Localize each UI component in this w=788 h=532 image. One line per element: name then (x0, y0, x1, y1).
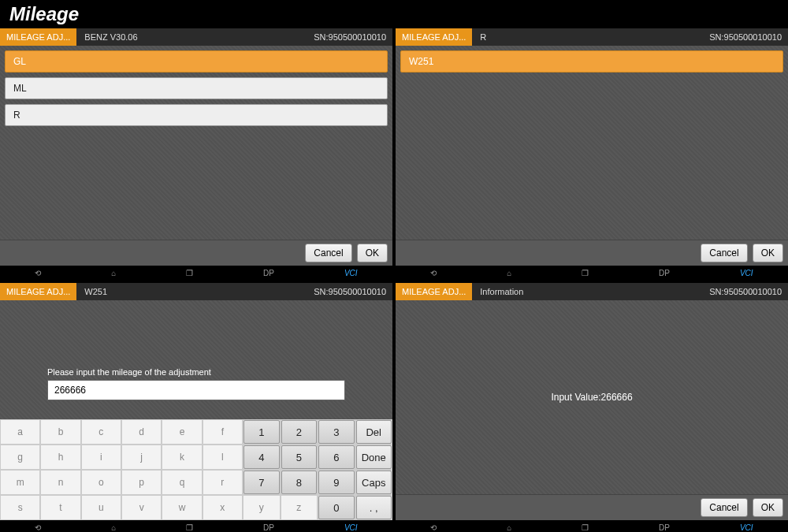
key-f[interactable]: f (203, 419, 243, 445)
mileage-input[interactable] (47, 380, 345, 400)
home-icon[interactable]: ⌂ (507, 523, 511, 532)
key-o[interactable]: o (81, 470, 121, 495)
breadcrumb: BENZ V30.06 (76, 32, 145, 42)
app-tab[interactable]: MILEAGE ADJ... (0, 28, 76, 46)
key-k[interactable]: k (162, 445, 202, 470)
ok-button[interactable]: OK (753, 498, 783, 517)
ok-button[interactable]: OK (753, 244, 783, 262)
key-z[interactable]: z (281, 495, 318, 520)
model-row-r[interactable]: R (5, 104, 388, 126)
screen-submodel-list: MILEAGE ADJ... R SN:950500010010 W251 Ca… (396, 28, 788, 280)
bottom-bar: Cancel OK (396, 240, 788, 266)
key-m[interactable]: m (0, 470, 40, 495)
dp-label[interactable]: DP (659, 269, 670, 277)
key-c[interactable]: c (81, 419, 121, 445)
keyboard-alpha: a b c d e f g h i j k l m n o p q r s t (0, 419, 243, 520)
topbar: MILEAGE ADJ... R SN:950500010010 (396, 28, 788, 46)
content-area: GL ML R (0, 46, 392, 240)
vci-label[interactable]: VCI (344, 269, 358, 277)
key-2[interactable]: 2 (281, 420, 318, 444)
key-del[interactable]: Del (356, 420, 392, 444)
content-area: Input Value:266666 (396, 300, 788, 494)
app-tab[interactable]: MILEAGE ADJ... (0, 283, 76, 300)
serial-number: SN:950500010010 (314, 32, 392, 42)
vci-label[interactable]: VCI (740, 269, 753, 277)
cancel-button[interactable]: Cancel (305, 244, 351, 262)
breadcrumb: W251 (76, 287, 115, 296)
key-a[interactable]: a (0, 419, 40, 445)
dp-label[interactable]: DP (659, 523, 670, 532)
breadcrumb: R (472, 32, 494, 42)
key-l[interactable]: l (203, 445, 243, 470)
key-e[interactable]: e (162, 419, 202, 445)
key-d[interactable]: d (121, 419, 162, 445)
ok-button[interactable]: OK (357, 244, 388, 262)
recents-icon[interactable]: ❐ (186, 523, 193, 532)
key-s[interactable]: s (0, 495, 40, 520)
key-9[interactable]: 9 (318, 471, 355, 494)
vci-label[interactable]: VCI (740, 523, 753, 532)
key-punct[interactable]: . , (356, 496, 392, 519)
bottom-bar: Cancel OK (396, 494, 788, 520)
topbar: MILEAGE ADJ... Information SN:9505000100… (396, 283, 788, 300)
home-icon[interactable]: ⌂ (507, 269, 511, 277)
recents-icon[interactable]: ❐ (582, 523, 589, 532)
home-icon[interactable]: ⌂ (111, 269, 116, 277)
key-b[interactable]: b (40, 419, 80, 445)
model-row-gl[interactable]: GL (5, 50, 388, 73)
key-j[interactable]: j (121, 445, 162, 470)
keyboard-numeric: 1 2 3 Del 4 5 6 Done 7 8 9 Caps y z 0 . … (243, 419, 392, 520)
submodel-row-w251[interactable]: W251 (400, 50, 783, 73)
vci-label[interactable]: VCI (344, 523, 358, 532)
key-h[interactable]: h (40, 445, 80, 470)
content-area: Please input the mileage of the adjustme… (0, 300, 392, 419)
key-v[interactable]: v (121, 495, 162, 520)
cancel-button[interactable]: Cancel (701, 498, 747, 517)
bottom-bar: Cancel OK (0, 240, 392, 266)
key-3[interactable]: 3 (318, 420, 355, 444)
recents-icon[interactable]: ❐ (582, 269, 589, 277)
back-icon[interactable]: ⟲ (430, 269, 437, 277)
key-g[interactable]: g (0, 445, 40, 470)
back-icon[interactable]: ⟲ (35, 269, 41, 277)
home-icon[interactable]: ⌂ (111, 523, 116, 532)
key-0[interactable]: 0 (318, 496, 355, 519)
app-tab[interactable]: MILEAGE ADJ... (396, 28, 472, 46)
android-navbar: ⟲ ⌂ ❐ DP VCI (0, 266, 392, 280)
back-icon[interactable]: ⟲ (35, 523, 41, 532)
key-4[interactable]: 4 (243, 445, 280, 469)
topbar: MILEAGE ADJ... BENZ V30.06 SN:9505000100… (0, 28, 392, 46)
serial-number: SN:950500010010 (314, 287, 392, 296)
screen-information: MILEAGE ADJ... Information SN:9505000100… (396, 283, 788, 532)
prompt-wrap: Please input the mileage of the adjustme… (47, 367, 345, 400)
key-p[interactable]: p (121, 470, 162, 495)
model-row-ml[interactable]: ML (5, 77, 388, 99)
key-w[interactable]: w (162, 495, 202, 520)
key-n[interactable]: n (40, 470, 80, 495)
key-1[interactable]: 1 (243, 420, 280, 444)
key-u[interactable]: u (81, 495, 121, 520)
breadcrumb: Information (472, 287, 531, 296)
cancel-button[interactable]: Cancel (701, 244, 747, 262)
key-7[interactable]: 7 (243, 471, 280, 494)
dp-label[interactable]: DP (263, 523, 274, 532)
key-t[interactable]: t (40, 495, 80, 520)
recents-icon[interactable]: ❐ (186, 269, 193, 277)
content-area: W251 (396, 46, 788, 240)
topbar: MILEAGE ADJ... W251 SN:950500010010 (0, 283, 392, 300)
app-tab[interactable]: MILEAGE ADJ... (396, 283, 472, 300)
dp-label[interactable]: DP (263, 269, 274, 277)
key-i[interactable]: i (81, 445, 121, 470)
key-q[interactable]: q (162, 470, 202, 495)
key-r[interactable]: r (203, 470, 243, 495)
key-5[interactable]: 5 (281, 445, 318, 469)
back-icon[interactable]: ⟲ (430, 523, 437, 532)
key-8[interactable]: 8 (281, 471, 318, 494)
key-done[interactable]: Done (356, 445, 392, 469)
key-x[interactable]: x (203, 495, 243, 520)
key-6[interactable]: 6 (318, 445, 355, 469)
key-caps[interactable]: Caps (356, 471, 392, 494)
page-title: Mileage (0, 0, 788, 28)
key-y[interactable]: y (243, 495, 281, 520)
screens-grid: MILEAGE ADJ... BENZ V30.06 SN:9505000100… (0, 28, 788, 532)
